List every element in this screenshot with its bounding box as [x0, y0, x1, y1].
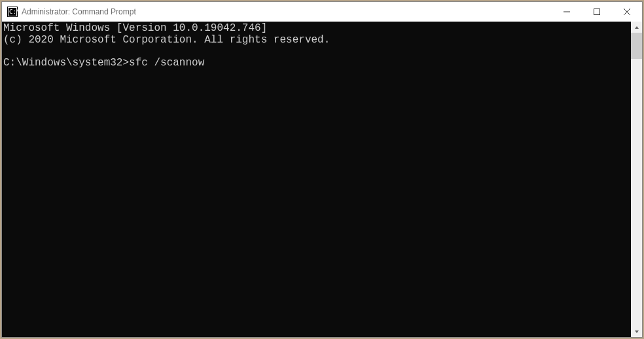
- scroll-up-button[interactable]: [631, 22, 642, 33]
- command-prompt-window: C:\ Administrator: Command Prompt Micros…: [1, 1, 643, 338]
- terminal-output[interactable]: Microsoft Windows [Version 10.0.19042.74…: [2, 22, 631, 337]
- cmd-icon: C:\: [7, 7, 18, 17]
- svg-marker-9: [635, 330, 639, 333]
- scroll-thumb[interactable]: [631, 33, 642, 59]
- terminal-area: Microsoft Windows [Version 10.0.19042.74…: [2, 22, 642, 337]
- vertical-scrollbar[interactable]: [631, 22, 642, 337]
- window-title: Administrator: Command Prompt: [22, 7, 552, 16]
- maximize-button[interactable]: [582, 2, 612, 22]
- close-button[interactable]: [612, 2, 642, 22]
- version-line: Microsoft Windows [Version 10.0.19042.74…: [3, 22, 267, 34]
- minimize-icon: [564, 9, 570, 15]
- chevron-up-icon: [634, 25, 639, 30]
- chevron-down-icon: [634, 329, 639, 334]
- scroll-down-button[interactable]: [631, 326, 642, 337]
- titlebar[interactable]: C:\ Administrator: Command Prompt: [2, 2, 642, 22]
- prompt-path: C:\Windows\system32>: [3, 57, 129, 69]
- close-icon: [624, 9, 630, 15]
- maximize-icon: [594, 9, 600, 15]
- svg-marker-8: [635, 26, 639, 29]
- svg-rect-5: [594, 9, 600, 15]
- svg-text:C:\: C:\: [9, 9, 18, 15]
- command-text: sfc /scannow: [129, 57, 204, 69]
- window-controls: [552, 2, 642, 22]
- minimize-button[interactable]: [552, 2, 582, 22]
- copyright-line: (c) 2020 Microsoft Corporation. All righ…: [3, 34, 330, 46]
